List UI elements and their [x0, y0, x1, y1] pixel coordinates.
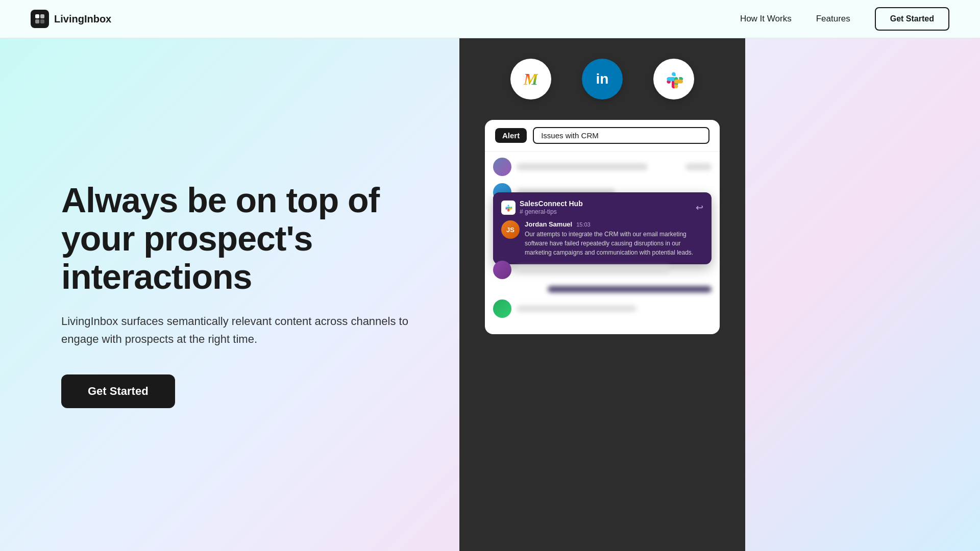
svg-rect-2 — [35, 19, 39, 23]
chat-window: Alert Issues with CRM — [485, 120, 720, 334]
blurred-message-5 — [493, 299, 712, 318]
blurred-message-1 — [493, 158, 712, 176]
slack-workspace-text: SalesConnect Hub # general-tips — [520, 199, 583, 215]
slack-message-card: SalesConnect Hub # general-tips ↩ JS Jor… — [493, 192, 712, 264]
alert-badge: Alert — [495, 128, 527, 143]
svg-rect-3 — [40, 19, 44, 23]
gmail-letter: M — [524, 70, 538, 89]
avatar-4 — [493, 299, 511, 318]
slack-card-header: SalesConnect Hub # general-tips ↩ — [501, 199, 703, 215]
avatar-1 — [493, 158, 511, 176]
logo: LivingInbox — [31, 10, 111, 28]
svg-rect-1 — [40, 14, 44, 18]
blurred-message-4 — [493, 286, 712, 292]
bottom-blurred-messages — [493, 261, 712, 325]
nav: How It Works Features Get Started — [740, 7, 949, 31]
gmail-icon: M — [510, 59, 551, 99]
hero-get-started-button[interactable]: Get Started — [61, 374, 175, 408]
message-timestamp: 15:03 — [576, 221, 591, 228]
message-author-avatar: JS — [501, 220, 520, 239]
message-content: Jordan Samuel 15:03 Our attempts to inte… — [525, 220, 703, 257]
main-content: Always be on top of your prospect's inte… — [0, 38, 980, 551]
message-author-row: Jordan Samuel 15:03 — [525, 220, 703, 228]
integration-icons: M in — [510, 59, 694, 99]
message-author-name: Jordan Samuel — [525, 220, 572, 228]
blurred-bubble-6 — [517, 306, 636, 312]
right-panel: M in — [459, 38, 745, 551]
linkedin-icon: in — [582, 59, 623, 99]
nav-features[interactable]: Features — [816, 14, 850, 24]
blurred-bubble-5 — [548, 286, 712, 292]
blurred-bubble-1 — [517, 163, 648, 170]
hero-title: Always be on top of your prospect's inte… — [61, 181, 408, 295]
linkedin-label: in — [596, 71, 609, 87]
blurred-bubble-4 — [517, 267, 670, 273]
nav-how-it-works[interactable]: How It Works — [740, 14, 792, 24]
svg-rect-0 — [35, 14, 39, 18]
slack-channel-name: # general-tips — [520, 208, 583, 215]
header-get-started-button[interactable]: Get Started — [875, 7, 949, 31]
avatar-3 — [493, 261, 511, 279]
slack-workspace-name: SalesConnect Hub — [520, 199, 583, 208]
logo-icon — [31, 10, 49, 28]
blurred-message-3 — [493, 261, 712, 279]
chat-messages-area: SalesConnect Hub # general-tips ↩ JS Jor… — [485, 152, 720, 334]
alert-input-value[interactable]: Issues with CRM — [533, 127, 709, 144]
alert-bar: Alert Issues with CRM — [485, 120, 720, 152]
message-text: Our attempts to integrate the CRM with o… — [525, 230, 703, 257]
slack-icon — [653, 59, 694, 99]
logo-name: LivingInbox — [54, 13, 111, 25]
reply-icon[interactable]: ↩ — [696, 202, 703, 213]
slack-small-logo — [501, 201, 516, 215]
blurred-bubble-2 — [685, 163, 712, 170]
hero-subtitle: LivingInbox surfaces semantically releva… — [61, 312, 408, 348]
slack-message-body: JS Jordan Samuel 15:03 Our attempts to i… — [501, 220, 703, 257]
hero-section: Always be on top of your prospect's inte… — [0, 38, 459, 551]
slack-workspace-info: SalesConnect Hub # general-tips — [501, 199, 583, 215]
header: LivingInbox How It Works Features Get St… — [0, 0, 980, 38]
